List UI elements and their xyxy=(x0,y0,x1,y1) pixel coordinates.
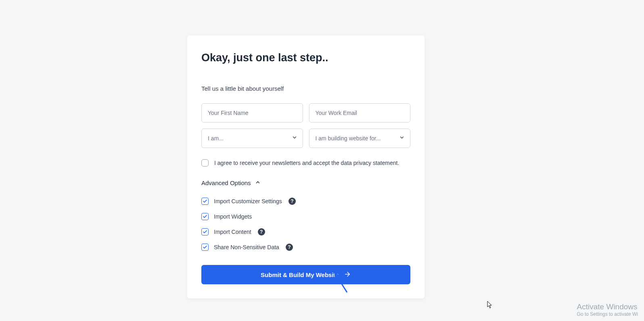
option-label: Share Non-Sensitive Data xyxy=(214,244,279,250)
option-share-data: Share Non-Sensitive Data ? xyxy=(201,244,410,251)
page-title: Okay, just one last step.. xyxy=(201,52,410,64)
role-select[interactable]: I am... xyxy=(201,129,303,148)
input-row-1 xyxy=(201,103,410,123)
import-content-checkbox[interactable] xyxy=(201,228,209,236)
import-widgets-checkbox[interactable] xyxy=(201,213,209,220)
consent-label: I agree to receive your newsletters and … xyxy=(214,160,399,166)
import-customizer-checkbox[interactable] xyxy=(201,198,209,205)
share-data-checkbox[interactable] xyxy=(201,244,209,251)
work-email-input[interactable] xyxy=(309,103,411,123)
submit-button-label: Submit & Build My Website xyxy=(261,271,339,278)
option-label: Import Widgets xyxy=(214,213,252,220)
option-import-content: Import Content ? xyxy=(201,228,410,236)
advanced-options-label: Advanced Options xyxy=(201,179,251,186)
arrow-right-icon xyxy=(344,271,351,279)
option-label: Import Customizer Settings xyxy=(214,198,282,204)
page-subtitle: Tell us a little bit about yourself xyxy=(201,85,410,92)
onboarding-card: Okay, just one last step.. Tell us a lit… xyxy=(187,35,424,298)
advanced-options-toggle[interactable]: Advanced Options xyxy=(201,179,261,186)
building-for-select[interactable]: I am building website for... xyxy=(309,129,411,148)
cursor-icon xyxy=(487,301,493,311)
help-icon[interactable]: ? xyxy=(258,228,265,236)
first-name-input[interactable] xyxy=(201,103,303,123)
input-row-2: I am... I am building website for... xyxy=(201,129,410,148)
watermark-title: Activate Windows xyxy=(577,302,638,311)
option-import-customizer: Import Customizer Settings ? xyxy=(201,198,410,205)
help-icon[interactable]: ? xyxy=(286,244,293,251)
submit-button[interactable]: Submit & Build My Website xyxy=(201,265,410,284)
consent-checkbox[interactable] xyxy=(201,159,209,167)
consent-row: I agree to receive your newsletters and … xyxy=(201,159,410,167)
help-icon[interactable]: ? xyxy=(289,198,296,205)
windows-activation-watermark: Activate Windows Go to Settings to activ… xyxy=(577,302,638,317)
option-import-widgets: Import Widgets xyxy=(201,213,410,220)
chevron-up-icon xyxy=(255,179,261,186)
option-label: Import Content xyxy=(214,229,251,235)
watermark-subtitle: Go to Settings to activate Wi xyxy=(577,311,638,317)
